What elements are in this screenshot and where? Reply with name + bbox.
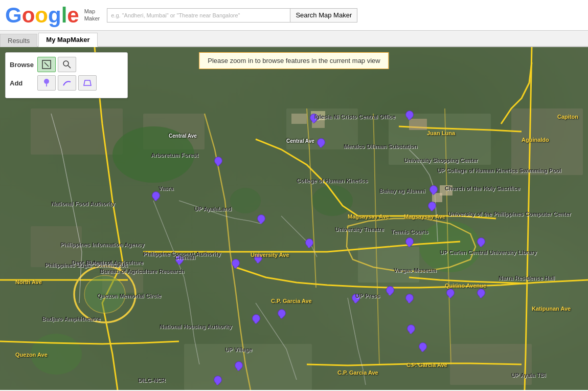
svg-point-12 <box>419 221 481 272</box>
svg-point-17 <box>84 275 125 313</box>
map-container[interactable]: Browse Add Please zoom in to browse feat… <box>0 47 588 390</box>
svg-line-27 <box>68 66 71 68</box>
notification-text: Please zoom in to browse features in the… <box>208 57 380 64</box>
svg-rect-18 <box>291 114 307 124</box>
search-input[interactable] <box>107 8 290 23</box>
notification-banner: Please zoom in to browse features in the… <box>199 52 389 69</box>
google-logo: Google <box>5 5 79 26</box>
browse-section: Browse <box>10 57 123 72</box>
svg-point-15 <box>230 188 261 213</box>
svg-rect-1 <box>31 108 123 155</box>
app-name: MapMaker <box>84 8 100 21</box>
add-section: Add <box>10 75 123 91</box>
tab-results[interactable]: Results <box>0 34 37 47</box>
svg-rect-10 <box>184 344 312 390</box>
header: Google MapMaker e.g. "Andheri, Mumbai" o… <box>0 0 588 31</box>
map-overlay-svg <box>0 47 588 390</box>
search-wrapper: e.g. "Andheri, Mumbai" or "Theatre near … <box>107 8 357 23</box>
svg-rect-23 <box>311 111 325 120</box>
add-line-button[interactable] <box>58 75 76 91</box>
add-label: Add <box>10 79 35 87</box>
svg-point-11 <box>112 126 194 183</box>
svg-rect-4 <box>389 114 491 165</box>
svg-rect-22 <box>440 185 453 196</box>
browse-label: Browse <box>10 61 35 69</box>
svg-rect-0 <box>0 47 588 390</box>
svg-point-26 <box>63 61 69 66</box>
svg-point-28 <box>44 79 49 84</box>
toolbar: Browse Add <box>5 52 128 98</box>
svg-rect-5 <box>511 108 583 175</box>
tab-my-mapmaker[interactable]: My MapMaker <box>38 33 97 47</box>
svg-line-25 <box>44 62 49 67</box>
add-area-button[interactable] <box>78 75 97 91</box>
svg-point-13 <box>312 185 353 216</box>
browse-select-button[interactable] <box>37 57 56 72</box>
browse-search-button[interactable] <box>58 57 76 72</box>
svg-rect-6 <box>31 226 82 267</box>
add-point-button[interactable] <box>37 75 56 91</box>
search-map-maker-button[interactable]: Search Map Maker <box>290 8 357 23</box>
svg-point-14 <box>31 334 82 375</box>
tabs-bar: Results My MapMaker <box>0 31 588 47</box>
svg-rect-20 <box>409 119 427 130</box>
